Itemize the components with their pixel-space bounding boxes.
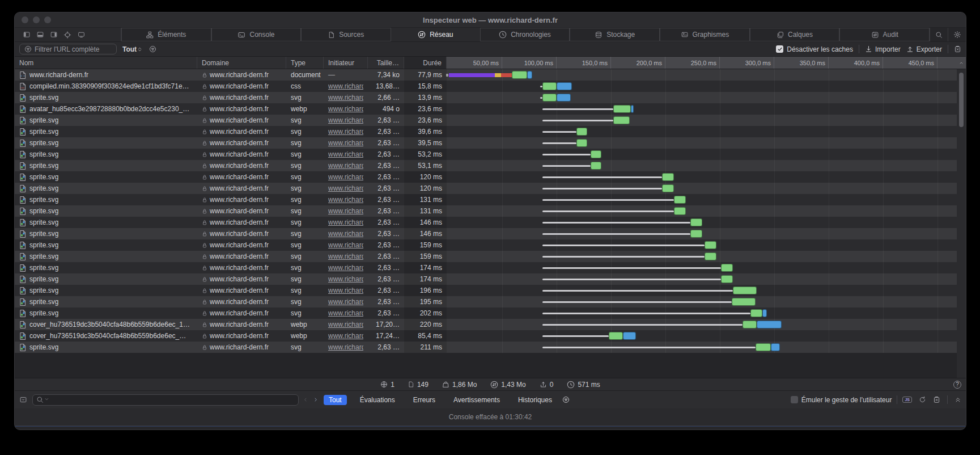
initiator-link[interactable]: www.richard-d… (328, 287, 363, 294)
help-button[interactable]: ? (953, 381, 961, 389)
waterfall-bar[interactable] (447, 239, 957, 251)
tab-sources[interactable]: Sources (301, 28, 391, 41)
initiator-link[interactable]: www.richard-d… (328, 139, 363, 147)
waterfall-bar[interactable] (447, 342, 957, 353)
console-filter-historiques[interactable]: Historiques (513, 395, 557, 405)
initiator-link[interactable]: www.richard-d… (328, 230, 363, 238)
tab-éléments[interactable]: Éléments (121, 28, 211, 41)
console-prompt[interactable]: ❯ (15, 426, 966, 430)
initiator-link[interactable]: www.richard-d… (328, 252, 363, 260)
column-header-duree[interactable]: Durée (404, 57, 447, 69)
network-row[interactable]: sprite.svgwww.richard-dern.frsvgwww.rich… (15, 126, 966, 137)
initiator-link[interactable]: www.richard-d… (328, 105, 363, 113)
waterfall-bar[interactable] (447, 285, 957, 296)
waterfall-bar[interactable] (447, 126, 957, 137)
resource-type-dropdown[interactable]: Tout (122, 45, 143, 53)
waterfall-bar[interactable] (447, 171, 957, 183)
console-filter-erreurs[interactable]: Erreurs (408, 395, 440, 405)
column-header-domaine[interactable]: Domaine (197, 57, 286, 69)
minimize-button[interactable] (33, 16, 40, 23)
console-filter-évaluations[interactable]: Évaluations (355, 395, 400, 405)
initiator-link[interactable]: www.richard-d… (328, 184, 363, 192)
network-row[interactable]: cover_hu736519dc3b5040cfa48b6b559b6de6ec… (15, 319, 966, 330)
waterfall-bar[interactable] (447, 251, 957, 262)
initiator-link[interactable]: www.richard-d… (328, 207, 363, 215)
initiator-link[interactable]: www.richard-d… (328, 150, 363, 158)
network-row[interactable]: sprite.svgwww.richard-dern.frsvgwww.rich… (15, 251, 966, 262)
search-button[interactable] (930, 28, 948, 41)
column-header-nom[interactable]: Nom (15, 57, 197, 69)
settings-button[interactable] (948, 28, 966, 41)
clear-console-icon[interactable] (933, 396, 940, 403)
initiator-link[interactable]: www.richard-d… (328, 275, 363, 283)
waterfall-bar[interactable] (447, 81, 957, 92)
network-row[interactable]: avatar_hu85ecc3e298728880b0bde2dcc4e5c23… (15, 103, 966, 115)
waterfall-bar[interactable] (447, 103, 957, 115)
network-row[interactable]: sprite.svgwww.richard-dern.frsvgwww.rich… (15, 160, 966, 171)
waterfall-bar[interactable] (447, 149, 957, 160)
waterfall-bar[interactable] (447, 137, 957, 149)
dock-bottom-icon[interactable] (36, 31, 44, 38)
responsive-mode-icon[interactable] (77, 31, 86, 38)
waterfall-bar[interactable] (447, 69, 957, 81)
waterfall-bar[interactable] (447, 205, 957, 217)
network-row[interactable]: sprite.svgwww.richard-dern.frsvgwww.rich… (15, 92, 966, 103)
refresh-icon[interactable] (919, 396, 926, 403)
url-filter-input[interactable]: Filtrer l'URL complète (19, 44, 117, 54)
initiator-link[interactable]: www.richard-d… (328, 196, 363, 204)
initiator-link[interactable]: www.richard-d… (328, 298, 363, 306)
element-picker-icon[interactable] (63, 31, 71, 39)
waterfall-bar[interactable] (447, 273, 957, 285)
close-button[interactable] (22, 16, 28, 23)
expand-console-icon[interactable] (954, 397, 961, 403)
network-row[interactable]: sprite.svgwww.richard-dern.frsvgwww.rich… (15, 273, 966, 285)
initiator-link[interactable]: www.richard-d… (328, 343, 363, 351)
tab-réseau[interactable]: Réseau (391, 28, 480, 41)
waterfall-bar[interactable] (447, 307, 957, 319)
network-row[interactable]: sprite.svgwww.richard-dern.frsvgwww.rich… (15, 137, 966, 149)
scroll-up-icon[interactable] (957, 57, 966, 69)
network-row[interactable]: sprite.svgwww.richard-dern.frsvgwww.rich… (15, 149, 966, 160)
waterfall-bar[interactable] (447, 115, 957, 126)
scrollbar[interactable] (957, 69, 966, 378)
network-row[interactable]: sprite.svgwww.richard-dern.frsvgwww.rich… (15, 205, 966, 217)
network-row[interactable]: sprite.svgwww.richard-dern.frsvgwww.rich… (15, 296, 966, 307)
dock-side-icon[interactable] (23, 31, 31, 38)
tab-chronologies[interactable]: Chronologies (480, 28, 570, 41)
initiator-link[interactable]: www.richard-d… (328, 241, 363, 249)
waterfall-bar[interactable] (447, 194, 957, 205)
network-row[interactable]: sprite.svgwww.richard-dern.frsvgwww.rich… (15, 171, 966, 183)
initiator-link[interactable]: www.richard-d… (328, 264, 363, 272)
tab-audit[interactable]: Audit (839, 28, 930, 41)
clear-network-items-icon[interactable] (954, 45, 961, 53)
network-row[interactable]: sprite.svgwww.richard-dern.frsvgwww.rich… (15, 342, 966, 353)
waterfall-bar[interactable] (447, 228, 957, 239)
column-header-initiateur[interactable]: Initiateur (324, 57, 368, 69)
network-row[interactable]: sprite.svgwww.richard-dern.frsvgwww.rich… (15, 239, 966, 251)
initiator-link[interactable]: www.richard-d… (328, 173, 363, 181)
tab-stockage[interactable]: Stockage (570, 28, 660, 41)
filter-options-icon[interactable] (149, 45, 156, 53)
initiator-link[interactable]: www.richard-d… (328, 94, 363, 102)
waterfall-bar[interactable] (447, 330, 957, 342)
initiator-link[interactable]: www.richard-d… (328, 82, 363, 90)
initiator-link[interactable]: www.richard-d… (328, 128, 363, 136)
initiator-link[interactable]: www.richard-d… (328, 116, 363, 124)
console-filter-options-icon[interactable] (562, 396, 570, 403)
console-filter-avertissements[interactable]: Avertissements (448, 395, 505, 405)
console-filter-tout[interactable]: Tout (324, 395, 347, 405)
network-row[interactable]: sprite.svgwww.richard-dern.frsvgwww.rich… (15, 217, 966, 228)
export-button[interactable]: Exporter (906, 45, 942, 53)
waterfall-bar[interactable] (447, 160, 957, 171)
network-row[interactable]: cover_hu736519dc3b5040cfa48b6b559b6de6ec… (15, 330, 966, 342)
initiator-link[interactable]: www.richard-d… (328, 321, 363, 328)
waterfall-bar[interactable] (447, 319, 957, 330)
network-row[interactable]: sprite.svgwww.richard-dern.frsvgwww.rich… (15, 228, 966, 239)
next-result-button[interactable] (314, 397, 319, 403)
zoom-button[interactable] (44, 16, 51, 23)
tab-calques[interactable]: Calques (750, 28, 840, 41)
waterfall-bar[interactable] (447, 92, 957, 103)
js-context-icon[interactable]: JS (902, 397, 912, 403)
initiator-link[interactable]: www.richard-d… (328, 309, 363, 317)
initiator-link[interactable]: www.richard-d… (328, 332, 363, 340)
